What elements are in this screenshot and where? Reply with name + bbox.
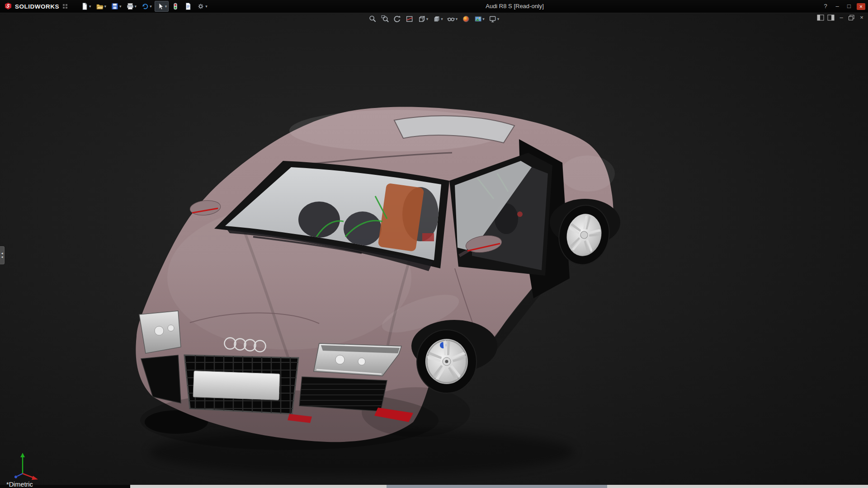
- apply-scene-button[interactable]: ▾: [472, 14, 486, 24]
- solidworks-logo-icon: [4, 2, 13, 11]
- open-button[interactable]: ▾: [94, 1, 108, 12]
- chevron-down-icon[interactable]: ▾: [150, 4, 152, 9]
- file-properties-button[interactable]: [182, 1, 194, 12]
- chevron-down-icon[interactable]: ▾: [426, 17, 429, 21]
- front-intake-left[interactable]: [141, 355, 181, 403]
- chevron-down-icon[interactable]: ▾: [441, 17, 443, 21]
- orientation-triad: [11, 448, 45, 481]
- display-style-icon: [432, 15, 440, 23]
- file-properties-icon: [184, 2, 192, 10]
- new-document-button[interactable]: ▾: [79, 1, 93, 12]
- chevron-down-icon[interactable]: ▾: [482, 17, 485, 21]
- select-cursor-icon: [156, 2, 165, 10]
- zoom-to-area-button[interactable]: [380, 14, 391, 24]
- chevron-down-icon[interactable]: ▾: [165, 4, 167, 9]
- help-button[interactable]: ?: [821, 3, 830, 10]
- zoom-to-fit-icon: [369, 15, 377, 23]
- window-title: Audi R8 S [Read-only]: [486, 0, 544, 13]
- document-window-controls: – ×: [817, 14, 865, 21]
- print-icon: [126, 2, 134, 10]
- chevron-down-icon[interactable]: ▾: [205, 4, 208, 9]
- document-close-button[interactable]: ×: [858, 14, 865, 21]
- document-minimize-button[interactable]: –: [838, 14, 845, 21]
- close-button[interactable]: ×: [857, 3, 865, 10]
- print-button[interactable]: ▾: [124, 1, 139, 12]
- appearance-ball-icon: [462, 15, 470, 23]
- menu-pin-icon[interactable]: [62, 4, 68, 9]
- wheel-front-right[interactable]: [417, 330, 476, 393]
- select-button[interactable]: ▾: [155, 1, 169, 12]
- previous-view-icon: [393, 15, 401, 23]
- undo-icon: [141, 2, 149, 10]
- section-view-button[interactable]: [404, 14, 415, 24]
- options-button[interactable]: ▾: [195, 1, 209, 12]
- scene-icon: [474, 15, 482, 23]
- edit-appearance-button[interactable]: [460, 14, 471, 24]
- maximize-button[interactable]: □: [845, 3, 853, 10]
- front-grille[interactable]: [184, 352, 298, 416]
- save-icon: [111, 2, 119, 10]
- status-bar: [130, 485, 868, 488]
- front-intake-right[interactable]: [298, 377, 389, 411]
- pane-right-icon[interactable]: [827, 14, 835, 21]
- view-settings-button[interactable]: ▾: [487, 14, 501, 24]
- chevron-down-icon[interactable]: ▾: [497, 17, 500, 21]
- brand-name: SOLIDWORKS: [15, 3, 59, 10]
- headlight-left[interactable]: [139, 311, 181, 353]
- car-model[interactable]: [0, 0, 868, 488]
- solidworks-logo: SOLIDWORKS: [0, 2, 72, 11]
- eyeglasses-icon: [447, 15, 455, 23]
- view-orientation-label: *Dimetric: [6, 481, 33, 488]
- chevron-down-icon[interactable]: ▾: [119, 4, 122, 9]
- previous-view-button[interactable]: [392, 14, 403, 24]
- rebuild-icon: [171, 2, 179, 10]
- document-restore-button[interactable]: [848, 14, 855, 21]
- collapse-arrow-icon: ◂: [1, 255, 3, 259]
- open-folder-icon: [96, 2, 104, 10]
- gear-icon: [197, 2, 205, 10]
- chevron-down-icon[interactable]: ▾: [456, 17, 458, 21]
- view-settings-icon: [489, 15, 497, 23]
- section-view-icon: [406, 15, 414, 23]
- panel-collapse-handle[interactable]: ◂ ◂: [0, 246, 5, 264]
- chevron-down-icon[interactable]: ▾: [104, 4, 107, 9]
- license-plate-blank: [193, 371, 280, 400]
- zoom-to-fit-button[interactable]: [368, 14, 378, 24]
- undo-button[interactable]: ▾: [139, 1, 154, 12]
- hide-show-items-button[interactable]: ▾: [446, 14, 459, 24]
- rebuild-button[interactable]: [170, 1, 181, 12]
- status-bar-segment: [387, 485, 607, 488]
- view-orientation-button[interactable]: ▾: [416, 14, 430, 24]
- headsup-view-toolbar: ▾ ▾ ▾: [368, 14, 501, 24]
- zoom-to-area-icon: [381, 15, 389, 23]
- chevron-down-icon[interactable]: ▾: [89, 4, 91, 9]
- standard-toolbar: ▾ ▾ ▾ ▾: [79, 1, 209, 12]
- save-button[interactable]: ▾: [109, 1, 123, 12]
- title-bar: SOLIDWORKS ▾ ▾ ▾: [0, 0, 868, 13]
- window-controls: ? – □ ×: [821, 0, 865, 13]
- display-style-button[interactable]: ▾: [431, 14, 444, 24]
- minimize-button[interactable]: –: [833, 3, 841, 10]
- pane-left-icon[interactable]: [817, 14, 824, 21]
- new-document-icon: [80, 2, 89, 10]
- chevron-down-icon[interactable]: ▾: [135, 4, 137, 9]
- view-orientation-cube-icon: [418, 15, 426, 23]
